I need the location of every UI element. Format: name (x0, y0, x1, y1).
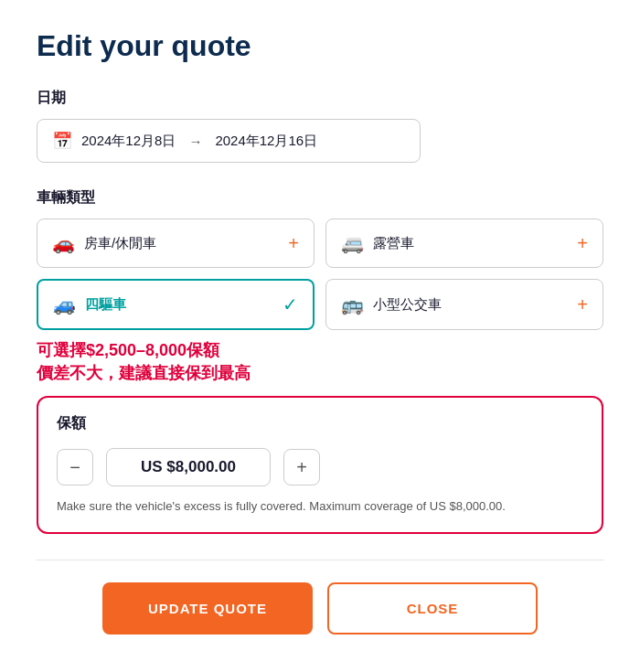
fourwd-check-icon: ✓ (283, 293, 298, 315)
coverage-value: US $8,000.00 (106, 448, 271, 486)
coverage-note: Make sure the vehicle's excess is fully … (57, 497, 583, 516)
vehicle-left-sedan: 🚗 房車/休閒車 (52, 232, 156, 254)
date-range-display[interactable]: 📅 2024年12月8日 → 2024年12月16日 (37, 119, 421, 163)
vehicle-left-rv: 🚐 露營車 (341, 232, 414, 254)
vehicle-left-bus: 🚌 小型公交車 (341, 293, 442, 315)
vehicle-card-rv[interactable]: 🚐 露營車 + (325, 219, 603, 268)
date-section-label: 日期 (37, 89, 603, 108)
start-date: 2024年12月8日 (81, 133, 176, 150)
arrow-icon: → (188, 133, 202, 149)
vehicle-grid: 🚗 房車/休閒車 + 🚐 露營車 + 🚙 四驅車 ✓ 🚌 小型公交車 + (37, 219, 603, 330)
bus-label: 小型公交車 (373, 296, 442, 314)
vehicle-section-label: 車輛類型 (37, 188, 603, 208)
page-title: Edit your quote (37, 29, 603, 63)
coverage-label: 保額 (57, 414, 583, 433)
vehicle-card-bus[interactable]: 🚌 小型公交車 + (325, 279, 603, 330)
sedan-icon: 🚗 (52, 232, 75, 254)
coverage-decrease-button[interactable]: − (57, 449, 93, 485)
end-date: 2024年12月16日 (215, 133, 317, 150)
vehicle-card-4wd[interactable]: 🚙 四驅車 ✓ (37, 279, 315, 330)
sedan-add-icon[interactable]: + (288, 233, 299, 254)
vehicle-card-sedan[interactable]: 🚗 房車/休閒車 + (37, 219, 315, 268)
coverage-box: 保額 − US $8,000.00 + Make sure the vehicl… (37, 396, 603, 534)
close-button[interactable]: CLOSE (327, 582, 538, 635)
bus-add-icon[interactable]: + (577, 294, 588, 315)
bus-icon: 🚌 (341, 293, 364, 315)
rv-label: 露營車 (373, 235, 414, 252)
divider (37, 560, 603, 560)
annotation-line2: 價差不大，建議直接保到最高 (37, 362, 603, 385)
sedan-label: 房車/休閒車 (84, 235, 156, 252)
rv-icon: 🚐 (341, 232, 364, 254)
coverage-controls: − US $8,000.00 + (57, 448, 583, 486)
annotation-line1: 可選擇$2,500–8,000保額 (37, 339, 603, 362)
fourwd-icon: 🚙 (53, 293, 76, 315)
fourwd-label: 四驅車 (85, 296, 126, 314)
vehicle-left-4wd: 🚙 四驅車 (53, 293, 126, 315)
update-quote-button[interactable]: UPDATE QUOTE (102, 582, 313, 635)
annotation-text: 可選擇$2,500–8,000保額 價差不大，建議直接保到最高 (37, 339, 603, 385)
calendar-icon: 📅 (52, 131, 72, 151)
button-row: UPDATE QUOTE CLOSE (37, 582, 603, 635)
coverage-increase-button[interactable]: + (283, 449, 320, 485)
rv-add-icon[interactable]: + (577, 233, 588, 254)
